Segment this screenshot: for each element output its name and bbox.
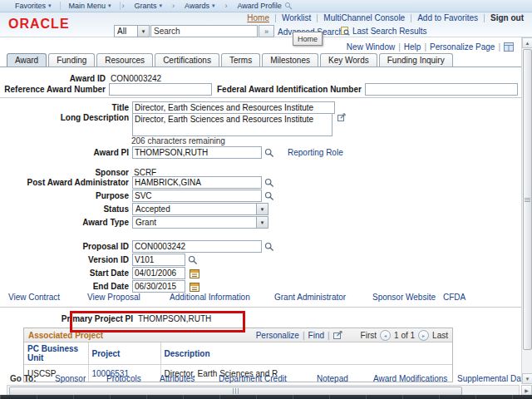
tab-funding[interactable]: Funding <box>48 53 95 66</box>
award-pi-input[interactable] <box>132 146 262 159</box>
find-link[interactable]: Find <box>308 331 324 340</box>
vertical-scrollbar[interactable]: ▲ ▼ <box>521 37 532 384</box>
new-window-link[interactable]: New Window <box>347 42 395 52</box>
goto-sponsor-link[interactable]: Sponsor <box>55 374 86 383</box>
calendar-icon[interactable] <box>190 268 200 278</box>
reporting-role-link[interactable]: Reporting Role <box>288 148 343 157</box>
help-link[interactable]: Help <box>404 42 421 52</box>
view-contract-link[interactable]: View Contract <box>8 293 60 302</box>
link-divider: | <box>328 331 330 340</box>
breadcrumb-main-menu[interactable]: Main Menu ▾ <box>61 2 120 10</box>
lookup-icon[interactable] <box>188 255 198 265</box>
add-to-favorites-link[interactable]: Add to Favorites <box>417 13 478 22</box>
home-link[interactable]: Home <box>247 13 269 22</box>
tab-bar: Award Funding Resources Certifications T… <box>7 53 453 66</box>
personalize-page-link[interactable]: Personalize Page <box>430 42 495 52</box>
goto-notepad-link[interactable]: Notepad <box>317 374 348 383</box>
search-scope-select[interactable]: All ▼ <box>114 25 150 37</box>
status-select[interactable]: Accepted ▼ <box>132 203 268 215</box>
header-links: Home Worklist MultiChannel Console Add t… <box>247 13 524 22</box>
field-end-date: End Date <box>0 280 200 293</box>
lookup-icon[interactable] <box>264 191 274 201</box>
field-award-type: Award Type Grant ▼ <box>0 216 268 229</box>
goto-supplemental-data-link[interactable]: Supplemental Data <box>457 374 528 383</box>
vertical-scrollbar-thumb[interactable] <box>523 49 532 350</box>
column-header-description[interactable]: Description <box>160 342 452 365</box>
search-input[interactable] <box>150 25 258 37</box>
scroll-grip <box>233 388 239 394</box>
tab-key-words[interactable]: Key Words <box>320 53 377 66</box>
long-description-textarea[interactable]: Director, Earth Sciences and Resources I… <box>132 113 332 136</box>
tab-funding-inquiry[interactable]: Funding Inquiry <box>379 53 453 66</box>
lookup-icon[interactable] <box>264 178 274 188</box>
field-proposal-id: Proposal ID <box>0 240 274 253</box>
reference-award-number-input[interactable] <box>109 83 212 96</box>
start-date-input[interactable] <box>132 267 185 279</box>
field-award-pi: Award PI Reporting Role <box>0 146 343 159</box>
goto-protocols-link[interactable]: Protocols <box>106 374 141 383</box>
purpose-input[interactable] <box>132 190 262 202</box>
post-award-admin-label: Post Award Administrator <box>0 178 132 187</box>
field-status: Status Accepted ▼ <box>0 203 268 215</box>
search-go-button[interactable]: » <box>259 25 274 37</box>
federal-award-id-input[interactable] <box>365 83 518 96</box>
calendar-icon[interactable] <box>190 282 200 292</box>
download-grid-icon[interactable] <box>333 331 342 339</box>
scroll-down-button[interactable]: ▼ <box>522 373 532 384</box>
layout-grid-icon[interactable] <box>504 42 514 52</box>
breadcrumb-awards[interactable]: Awards ▾ <box>176 2 223 10</box>
chevron-down-icon[interactable]: ▼ <box>256 217 268 228</box>
breadcrumb-grants[interactable]: Grants ▾ <box>126 2 171 10</box>
award-type-value: Grant <box>133 217 256 228</box>
version-id-input[interactable] <box>132 254 185 266</box>
lookup-icon[interactable] <box>264 148 274 158</box>
title-input[interactable] <box>132 101 335 114</box>
end-date-input[interactable] <box>132 280 185 293</box>
goto-attributes-link[interactable]: Attributes <box>160 374 195 383</box>
sponsor-website-link[interactable]: Sponsor Website <box>372 293 436 302</box>
chevron-down-icon[interactable]: ▼ <box>256 204 268 214</box>
sign-out-link[interactable]: Sign out <box>490 13 524 22</box>
goto-department-credit-link[interactable]: Department Credit <box>219 374 287 383</box>
scroll-up-button[interactable]: ▲ <box>522 37 532 48</box>
previous-page-button[interactable]: ◂ <box>380 330 391 341</box>
next-page-button[interactable]: ▸ <box>418 330 429 341</box>
chevron-down-icon: ▾ <box>108 2 111 9</box>
chevron-down-icon[interactable]: ▼ <box>137 26 149 37</box>
view-proposal-link[interactable]: View Proposal <box>87 293 140 302</box>
post-award-admin-input[interactable] <box>132 176 262 189</box>
field-title: Title <box>0 101 335 114</box>
column-header-project[interactable]: Project <box>88 342 160 365</box>
additional-information-link[interactable]: Additional Information <box>170 293 250 302</box>
breadcrumb-awards-label: Awards <box>185 2 209 10</box>
multichannel-console-link[interactable]: MultiChannel Console <box>323 13 405 22</box>
application-window: Favorites ▾ Main Menu ▾ › Grants ▾ › Awa… <box>0 0 532 399</box>
chevron-down-icon: ▾ <box>160 2 163 9</box>
search-row: All ▼ » Advanced Search Last Search Resu… <box>0 25 532 37</box>
award-type-select[interactable]: Grant ▼ <box>132 216 268 229</box>
expand-icon[interactable] <box>337 113 346 121</box>
breadcrumb-favorites[interactable]: Favorites ▾ <box>7 2 60 10</box>
breadcrumb-current-page: Award Profile <box>229 2 300 10</box>
column-header-pc-business-unit[interactable]: PC Business Unit <box>24 342 88 365</box>
grant-administrator-link[interactable]: Grant Administrator <box>274 293 346 302</box>
version-id-label: Version ID <box>0 255 132 264</box>
personalize-link[interactable]: Personalize <box>256 331 299 340</box>
proposal-id-input[interactable] <box>132 240 262 253</box>
lookup-icon[interactable] <box>264 242 274 252</box>
home-tooltip: Home <box>293 32 323 46</box>
worklist-link[interactable]: Worklist <box>282 13 311 22</box>
last-search-results-link[interactable]: Last Search Results <box>341 27 427 36</box>
section-divider <box>0 307 521 308</box>
tab-terms[interactable]: Terms <box>221 53 260 66</box>
tab-milestones[interactable]: Milestones <box>262 53 318 66</box>
goto-award-modifications-link[interactable]: Award Modifications <box>373 374 447 383</box>
tab-award[interactable]: Award <box>7 53 47 66</box>
tab-label: Funding Inquiry <box>387 56 445 65</box>
tab-certifications[interactable]: Certifications <box>155 53 219 66</box>
tab-resources[interactable]: Resources <box>96 53 153 66</box>
chevron-down-icon: ▾ <box>212 2 215 9</box>
primary-project-pi-label: Primary Project PI <box>0 314 136 323</box>
scroll-grip <box>525 198 530 202</box>
cfda-link[interactable]: CFDA <box>443 293 466 302</box>
